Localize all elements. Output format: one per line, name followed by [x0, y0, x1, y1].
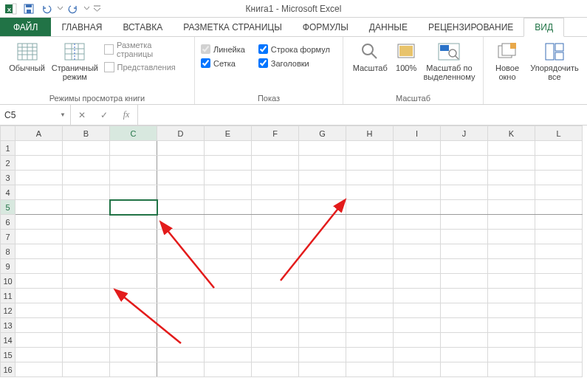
undo-dropdown-icon[interactable]: [56, 1, 63, 17]
row-header[interactable]: 5: [1, 200, 16, 215]
column-header[interactable]: L: [535, 126, 583, 141]
cell[interactable]: [394, 185, 441, 200]
cell[interactable]: [63, 362, 110, 377]
cell[interactable]: [157, 333, 205, 348]
cell[interactable]: [110, 318, 157, 333]
cell[interactable]: [488, 230, 535, 244]
cell[interactable]: [157, 185, 205, 200]
cell[interactable]: [346, 289, 394, 303]
cell[interactable]: [110, 362, 157, 377]
column-header[interactable]: J: [441, 126, 488, 141]
cell[interactable]: [157, 141, 205, 156]
cell[interactable]: [346, 171, 394, 185]
cell[interactable]: [157, 289, 205, 303]
cell[interactable]: [63, 185, 110, 200]
cell[interactable]: [110, 289, 157, 303]
cell[interactable]: [346, 318, 394, 333]
cell[interactable]: [346, 274, 394, 289]
redo-icon[interactable]: [65, 1, 81, 17]
tab-formulas[interactable]: ФОРМУЛЫ: [292, 18, 359, 36]
column-header[interactable]: G: [299, 126, 346, 141]
row-header[interactable]: 1: [1, 141, 16, 156]
cell[interactable]: [110, 185, 157, 200]
cell[interactable]: [299, 171, 346, 185]
cell[interactable]: [110, 274, 157, 289]
normal-view-button[interactable]: Обычный: [6, 40, 48, 74]
cell[interactable]: [205, 215, 252, 230]
column-header[interactable]: A: [16, 126, 63, 141]
cell[interactable]: [110, 333, 157, 348]
cell[interactable]: [299, 274, 346, 289]
cell[interactable]: [299, 200, 346, 215]
spreadsheet-grid[interactable]: ABCDEFGHIJKL 12345678910111213141516: [0, 125, 583, 377]
cell[interactable]: [535, 259, 583, 274]
cell[interactable]: [441, 200, 488, 215]
cell[interactable]: [488, 318, 535, 333]
cell[interactable]: [346, 200, 394, 215]
cell[interactable]: [394, 318, 441, 333]
cell[interactable]: [16, 141, 63, 156]
cell[interactable]: [299, 244, 346, 259]
cell[interactable]: [252, 230, 299, 244]
cell[interactable]: [252, 171, 299, 185]
cell[interactable]: [441, 171, 488, 185]
undo-icon[interactable]: [38, 1, 55, 17]
tab-data[interactable]: ДАННЫЕ: [359, 18, 418, 36]
cell[interactable]: [441, 274, 488, 289]
cell[interactable]: [535, 171, 583, 185]
cell[interactable]: [535, 289, 583, 303]
column-header[interactable]: H: [346, 126, 394, 141]
cell[interactable]: [488, 274, 535, 289]
cell[interactable]: [110, 230, 157, 244]
ruler-checkbox[interactable]: Линейка: [201, 44, 245, 54]
cell[interactable]: [205, 348, 252, 362]
cell[interactable]: [441, 259, 488, 274]
cell[interactable]: [441, 333, 488, 348]
row-header[interactable]: 3: [1, 171, 16, 185]
cell[interactable]: [488, 141, 535, 156]
cell[interactable]: [488, 185, 535, 200]
cell[interactable]: [346, 141, 394, 156]
cell[interactable]: [157, 362, 205, 377]
tab-review[interactable]: РЕЦЕНЗИРОВАНИЕ: [418, 18, 524, 36]
cell[interactable]: [299, 215, 346, 230]
zoom-100-button[interactable]: 100%: [391, 40, 421, 74]
cell[interactable]: [157, 200, 205, 215]
cell[interactable]: [252, 185, 299, 200]
name-box-dropdown-icon[interactable]: ▼: [60, 111, 66, 118]
cell[interactable]: [63, 348, 110, 362]
pagebreak-view-button[interactable]: Страничный режим: [49, 40, 100, 83]
column-header[interactable]: C: [110, 126, 157, 141]
cell[interactable]: [394, 274, 441, 289]
cell[interactable]: [16, 156, 63, 171]
cell[interactable]: [63, 303, 110, 318]
formulabar-checkbox[interactable]: Строка формул: [258, 44, 330, 54]
new-window-button[interactable]: Новое окно: [490, 40, 525, 83]
cell[interactable]: [346, 215, 394, 230]
cell[interactable]: [535, 200, 583, 215]
column-header[interactable]: F: [252, 126, 299, 141]
cell[interactable]: [535, 156, 583, 171]
tab-insert[interactable]: ВСТАВКА: [112, 18, 173, 36]
tab-view[interactable]: ВИД: [524, 18, 564, 37]
row-header[interactable]: 16: [1, 362, 16, 377]
save-icon[interactable]: [21, 1, 37, 17]
row-header[interactable]: 7: [1, 230, 16, 244]
cell[interactable]: [394, 362, 441, 377]
cell[interactable]: [394, 333, 441, 348]
cell[interactable]: [157, 230, 205, 244]
cell[interactable]: [16, 289, 63, 303]
headings-checkbox[interactable]: Заголовки: [258, 58, 330, 68]
cell[interactable]: [16, 348, 63, 362]
cell[interactable]: [63, 318, 110, 333]
cell[interactable]: [488, 259, 535, 274]
cell[interactable]: [346, 333, 394, 348]
cell[interactable]: [299, 289, 346, 303]
cell[interactable]: [63, 141, 110, 156]
name-box[interactable]: C5 ▼: [0, 105, 71, 125]
cell[interactable]: [252, 318, 299, 333]
cell[interactable]: [205, 230, 252, 244]
row-header[interactable]: 15: [1, 348, 16, 362]
cell[interactable]: [346, 348, 394, 362]
cell[interactable]: [205, 333, 252, 348]
